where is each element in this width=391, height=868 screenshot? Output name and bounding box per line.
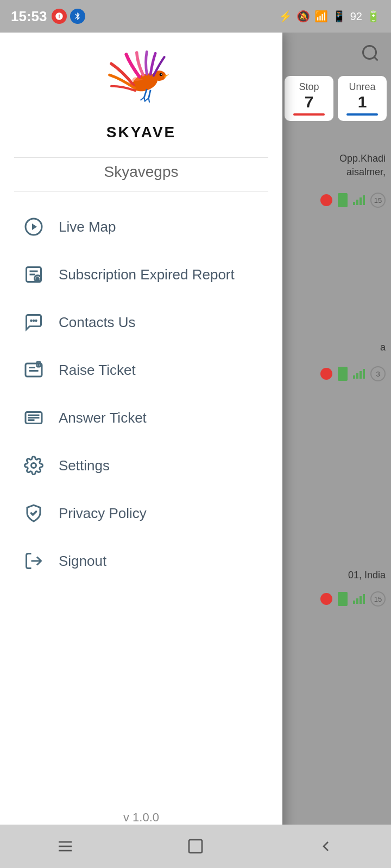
privacy-label: Privacy Policy — [59, 505, 147, 522]
status-icons-left — [52, 9, 85, 24]
sidebar-item-contacts-us[interactable]: Contacts Us — [0, 298, 282, 346]
unread-card: Unrea 1 — [338, 76, 387, 121]
battery-icon: 🔋 — [367, 10, 380, 23]
sidebar-item-subscription-expired[interactable]: $ Subscription Expired Report — [0, 251, 282, 298]
status-left: 15:53 — [11, 8, 85, 25]
svg-marker-14 — [32, 224, 37, 230]
nav-home-button[interactable] — [179, 830, 212, 863]
sidebar-item-settings[interactable]: Settings — [0, 442, 282, 489]
nav-back-button[interactable] — [310, 830, 342, 863]
raise-ticket-icon — [22, 358, 46, 382]
logo-container — [103, 49, 179, 119]
battery-status-1 — [338, 193, 348, 207]
answer-ticket-icon — [22, 406, 46, 430]
speed-badge-1: 15 — [370, 193, 386, 208]
signout-icon — [22, 549, 46, 573]
svg-line-10 — [149, 90, 150, 98]
signal-bars-3 — [353, 594, 365, 604]
address-snippet-1: Opp.Khadi aisalmer, — [339, 152, 386, 179]
address-snippet-3: 01, India — [348, 570, 386, 581]
subscription-label: Subscription Expired Report — [59, 266, 235, 283]
svg-point-6 — [161, 74, 162, 75]
unread-value: 1 — [346, 93, 378, 111]
username: Skyavegps — [0, 163, 282, 186]
stop-value: 7 — [293, 93, 325, 111]
stop-label: Stop — [293, 81, 325, 93]
sim-icon: 📱 — [332, 10, 346, 23]
speed-badge-2: 3 — [370, 366, 386, 381]
notification-icon — [52, 9, 67, 24]
unread-label: Unrea — [346, 81, 378, 93]
device-status-icons-2: 3 — [320, 366, 386, 381]
svg-rect-24 — [29, 367, 35, 368]
red-status-dot-2 — [320, 368, 332, 380]
red-status-dot-1 — [320, 194, 332, 206]
logo-text: SKYAVE — [106, 124, 176, 141]
svg-point-32 — [31, 463, 36, 468]
status-icons-right: ⚡ 🔕 📶 📱 92 🔋 — [279, 10, 380, 23]
stats-cards: Stop 7 Unrea 1 — [285, 76, 391, 121]
skyave-logo — [103, 49, 179, 108]
live-map-label: Live Map — [59, 219, 116, 235]
sidebar-item-raise-ticket[interactable]: Raise Ticket — [0, 346, 282, 394]
bottom-navigation — [0, 825, 391, 868]
menu-list: Live Map $ Subscription Expired Report — [0, 197, 282, 800]
stop-card: Stop 7 — [285, 76, 333, 121]
svg-line-8 — [141, 97, 144, 100]
sidebar-item-privacy-policy[interactable]: Privacy Policy — [0, 489, 282, 537]
drawer-logo-section: SKYAVE — [0, 33, 282, 152]
stop-bar — [293, 113, 325, 116]
red-status-dot-3 — [320, 593, 332, 605]
wifi-icon: 📶 — [314, 10, 328, 23]
contacts-label: Contacts Us — [59, 314, 136, 331]
svg-line-12 — [149, 98, 149, 103]
subscription-icon: $ — [22, 263, 46, 286]
battery-text: 92 — [350, 10, 362, 23]
svg-point-0 — [363, 46, 376, 59]
nav-menu-button[interactable] — [49, 830, 81, 863]
address-snippet-2: a — [380, 342, 386, 353]
battery-status-3 — [338, 592, 348, 606]
raise-ticket-label: Raise Ticket — [59, 362, 136, 379]
svg-rect-37 — [189, 840, 202, 853]
answer-ticket-label: Answer Ticket — [59, 410, 147, 426]
silent-icon: 🔕 — [297, 10, 310, 23]
battery-status-2 — [338, 367, 348, 381]
search-icon[interactable] — [361, 43, 380, 68]
svg-rect-25 — [29, 370, 39, 372]
status-bar: 15:53 ⚡ 🔕 📶 📱 92 🔋 — [0, 0, 391, 33]
live-map-icon — [22, 215, 46, 239]
unread-bar — [346, 113, 378, 116]
svg-line-1 — [374, 57, 378, 61]
contacts-icon — [22, 310, 46, 334]
device-status-icons-3: 15 — [320, 591, 386, 607]
signout-label: Signout — [59, 553, 106, 570]
sidebar-item-signout[interactable]: Signout — [0, 537, 282, 585]
svg-text:$: $ — [36, 277, 39, 282]
divider-2 — [14, 192, 268, 192]
svg-line-9 — [144, 97, 145, 101]
svg-line-11 — [145, 98, 149, 101]
speed-badge-3: 15 — [370, 591, 386, 607]
navigation-drawer: SKYAVE Skyavegps Live Map $ Subsc — [0, 33, 282, 835]
settings-label: Settings — [59, 457, 110, 474]
settings-icon — [22, 454, 46, 477]
signal-bars-2 — [353, 369, 365, 379]
privacy-icon — [22, 501, 46, 525]
status-time: 15:53 — [11, 8, 47, 25]
divider-1 — [14, 157, 268, 158]
signal-bars-1 — [353, 195, 365, 205]
sidebar-item-live-map[interactable]: Live Map — [0, 203, 282, 251]
bluetooth-icon — [70, 9, 85, 24]
bluetooth-status-icon: ⚡ — [279, 10, 292, 23]
device-status-icons-1: 15 — [320, 193, 386, 208]
sidebar-item-answer-ticket[interactable]: Answer Ticket — [0, 394, 282, 442]
